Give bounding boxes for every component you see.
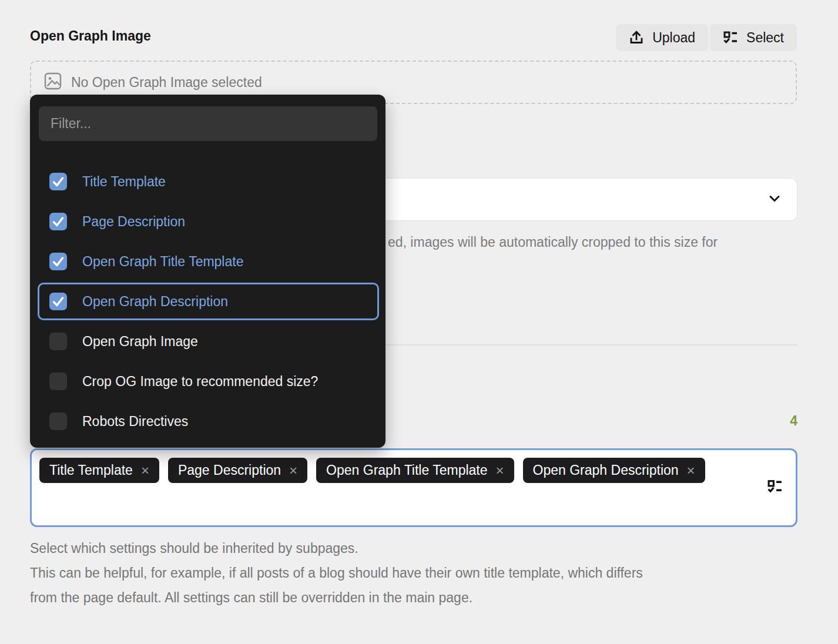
chevron-down-icon [767, 192, 782, 208]
dropdown-option-label: Open Graph Image [82, 334, 198, 350]
checkbox[interactable] [49, 253, 67, 270]
select-button-label: Select [746, 30, 784, 46]
tag-label: Page Description [178, 462, 281, 478]
upload-button-label: Upload [652, 30, 695, 46]
empty-image-text: No Open Graph Image selected [71, 75, 262, 90]
checklist-icon[interactable] [767, 479, 783, 497]
tag[interactable]: Title Template × [39, 458, 159, 483]
image-icon [44, 72, 62, 92]
tag-label: Open Graph Description [533, 462, 679, 478]
tag[interactable]: Open Graph Title Template × [316, 458, 514, 483]
checkbox[interactable] [49, 173, 67, 190]
tag-label: Title Template [49, 462, 133, 478]
checklist-icon [723, 30, 738, 45]
page-title: Open Graph Image [30, 28, 151, 44]
dropdown-option-label: Robots Directives [82, 414, 188, 430]
remove-tag-icon[interactable]: × [496, 464, 504, 478]
filter-input[interactable] [39, 106, 377, 141]
dropdown-options: Title Template Page Description Open Gra… [30, 162, 386, 441]
help-line: This can be helpful, for example, if all… [30, 561, 643, 585]
checkbox[interactable] [49, 333, 67, 350]
checkbox[interactable] [49, 213, 67, 230]
checkbox[interactable] [49, 412, 67, 430]
checkbox[interactable] [49, 373, 67, 390]
dropdown-option[interactable]: Crop OG Image to recommended size? [30, 361, 386, 401]
remove-tag-icon[interactable]: × [687, 464, 695, 478]
dropdown-option-label: Page Description [82, 214, 185, 230]
settings-dropdown: Title Template Page Description Open Gra… [30, 95, 386, 448]
dropdown-option[interactable]: Open Graph Description [30, 281, 386, 321]
help-line: Select which settings should be inherite… [30, 536, 643, 561]
tag[interactable]: Open Graph Description × [523, 458, 705, 483]
tag-label: Open Graph Title Template [326, 462, 487, 478]
dropdown-option-label: Open Graph Description [82, 294, 228, 310]
dropdown-option-label: Crop OG Image to recommended size? [82, 374, 318, 390]
dropdown-option[interactable]: Title Template [30, 162, 386, 202]
tags-list: Title Template × Page Description × Open… [39, 458, 755, 483]
remove-tag-icon[interactable]: × [289, 464, 297, 478]
dropdown-option[interactable]: Page Description [30, 202, 386, 242]
tag[interactable]: Page Description × [168, 458, 307, 483]
dropdown-option-label: Open Graph Title Template [82, 254, 243, 270]
toolbar: Upload Select [616, 24, 797, 51]
crop-hint-text: ed, images will be automatically cropped… [388, 234, 718, 250]
checkbox[interactable] [49, 293, 67, 310]
dropdown-option[interactable]: Open Graph Title Template [30, 242, 386, 281]
upload-icon [629, 30, 644, 45]
dropdown-option[interactable]: Robots Directives [30, 401, 386, 441]
dropdown-option-label: Title Template [82, 174, 166, 190]
inherit-settings-field[interactable]: Title Template × Page Description × Open… [30, 448, 797, 527]
dropdown-option[interactable]: Open Graph Image [30, 321, 386, 361]
remove-tag-icon[interactable]: × [141, 464, 149, 478]
select-button[interactable]: Select [710, 24, 797, 51]
upload-button[interactable]: Upload [616, 24, 708, 51]
help-line: from the page default. All settings can … [30, 585, 643, 610]
page: Open Graph Image Upload Sele [0, 0, 838, 644]
help-text: Select which settings should be inherite… [30, 536, 643, 610]
